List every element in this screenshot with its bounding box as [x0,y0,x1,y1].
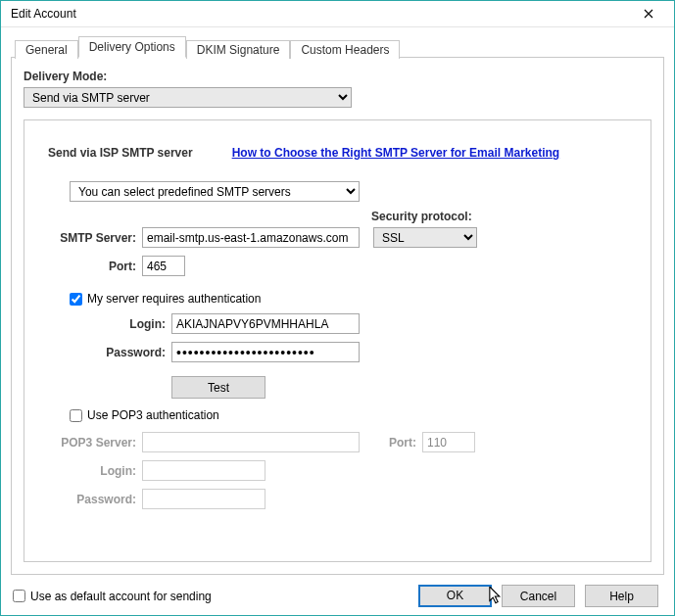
smtp-help-link[interactable]: How to Choose the Right SMTP Server for … [232,146,560,160]
pop3-login-label: Login: [48,464,142,478]
tab-panel-delivery: Delivery Mode: Send via SMTP server Send… [11,57,664,575]
predefined-smtp-select[interactable]: You can select predefined SMTP servers [70,181,360,202]
tab-custom-headers[interactable]: Custom Headers [290,40,400,59]
cancel-button[interactable]: Cancel [502,585,575,607]
smtp-password-label: Password: [77,346,171,359]
pop3-login-input[interactable] [142,460,265,481]
smtp-password-input[interactable] [171,342,360,362]
close-icon [644,9,653,19]
window-title: Edit Account [11,7,76,21]
pop3-password-input[interactable] [142,489,265,509]
default-account-label: Use as default account for sending [30,590,212,603]
pop3-auth-checkbox[interactable] [70,409,82,422]
auth-required-label: My server requires authentication [87,292,261,306]
tab-delivery-options[interactable]: Delivery Options [78,36,186,58]
default-account-checkbox[interactable] [13,590,25,602]
dialog-footer: Use as default account for sending OK Ca… [11,575,664,607]
security-protocol-select[interactable]: SSL [373,227,477,248]
pop3-port-label: Port: [383,436,422,450]
pop3-port-input[interactable] [422,432,475,452]
pop3-server-label: POP3 Server: [48,436,142,450]
tab-general[interactable]: General [15,40,78,59]
pop3-auth-label: Use POP3 authentication [87,408,219,422]
smtp-server-input[interactable] [142,227,360,248]
delivery-mode-label: Delivery Mode: [24,70,651,83]
close-button[interactable] [629,1,668,26]
security-protocol-label: Security protocol: [371,210,472,223]
smtp-login-label: Login: [77,317,171,331]
client-area: General Delivery Options DKIM Signature … [1,27,674,616]
tab-strip: General Delivery Options DKIM Signature … [15,35,664,57]
smtp-port-label: Port: [48,260,142,273]
tab-dkim-signature[interactable]: DKIM Signature [186,40,291,59]
test-button[interactable]: Test [171,376,265,399]
smtp-port-input[interactable] [142,256,185,276]
help-button[interactable]: Help [585,585,658,607]
smtp-section-title: Send via ISP SMTP server [48,146,193,160]
ok-button[interactable]: OK [418,585,492,607]
smtp-server-label: SMTP Server: [48,231,142,245]
pop3-password-label: Password: [48,493,142,506]
dialog-window: Edit Account General Delivery Options DK… [0,0,675,616]
pop3-server-input[interactable] [142,432,360,452]
auth-required-checkbox[interactable] [70,293,82,306]
delivery-mode-select[interactable]: Send via SMTP server [24,87,352,108]
titlebar: Edit Account [1,1,674,27]
smtp-settings-box: Send via ISP SMTP server How to Choose t… [24,119,651,562]
smtp-login-input[interactable] [171,313,360,334]
